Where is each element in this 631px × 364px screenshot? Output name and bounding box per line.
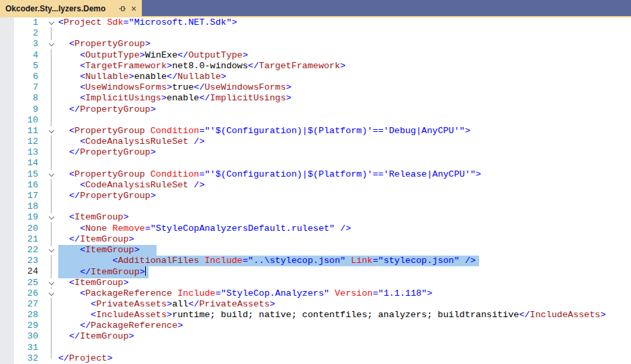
code-line[interactable]: 10 (0, 115, 631, 126)
code-area: 1<Project Sdk="Microsoft.NET.Sdk">23 <Pr… (0, 17, 631, 364)
code-line[interactable]: 11 <PropertyGroup Condition="'$(Configur… (0, 126, 631, 136)
line-number[interactable]: 32 (0, 353, 38, 364)
line-number[interactable]: 30 (0, 331, 38, 342)
text-caret (145, 266, 147, 276)
code-line[interactable]: 6 <Nullable>enable</Nullable> (0, 72, 631, 82)
code-text: </ItemGroup> (58, 266, 149, 277)
line-number[interactable]: 25 (0, 278, 38, 288)
code-line[interactable]: 2 (0, 28, 631, 39)
code-line[interactable]: 30 </ItemGroup> (0, 331, 631, 342)
tab-title: Okcoder.Sty...lyzers.Demo (5, 4, 115, 13)
line-number[interactable]: 6 (0, 72, 38, 82)
fold-chevron-icon[interactable] (48, 40, 56, 49)
code-line[interactable]: 25 <ItemGroup> (0, 278, 631, 288)
code-line[interactable]: 17 </PropertyGroup> (0, 191, 631, 201)
line-number[interactable]: 17 (0, 191, 38, 201)
line-number[interactable]: 20 (0, 223, 38, 234)
line-number[interactable]: 5 (0, 61, 38, 72)
fold-chevron-icon[interactable] (48, 278, 56, 287)
code-line[interactable]: 1<Project Sdk="Microsoft.NET.Sdk"> (0, 17, 631, 28)
fold-margin (38, 245, 58, 256)
fold-margin (38, 61, 58, 72)
code-line[interactable]: 26 <PackageReference Include="StyleCop.A… (0, 288, 631, 299)
fold-chevron-icon[interactable] (48, 19, 56, 27)
fold-chevron-icon[interactable] (48, 170, 56, 179)
code-line[interactable]: 18 (0, 201, 631, 212)
code-text: <ItemGroup> (58, 245, 157, 256)
code-text: </PackageReference> (58, 321, 183, 331)
line-number[interactable]: 16 (0, 180, 38, 191)
fold-chevron-icon[interactable] (48, 246, 56, 255)
code-line[interactable]: 20 <None Remove="StyleCopAnalyzersDefaul… (0, 223, 631, 234)
line-number[interactable]: 2 (0, 28, 38, 39)
code-line[interactable]: 21 </ItemGroup> (0, 234, 631, 245)
code-line[interactable]: 5 <TargetFramework>net8.0-windows</Targe… (0, 61, 631, 72)
code-line[interactable]: 19 <ItemGroup> (0, 212, 631, 223)
fold-margin (38, 147, 58, 158)
fold-chevron-icon[interactable] (48, 213, 56, 222)
code-line[interactable]: 13 </PropertyGroup> (0, 147, 631, 158)
code-line[interactable]: 28 <IncludeAssets>runtime; build; native… (0, 310, 631, 321)
fold-chevron-icon[interactable] (48, 126, 56, 135)
code-text: <CodeAnalysisRuleSet /> (58, 180, 205, 191)
selection-highlight: <ItemGroup> (58, 245, 157, 256)
line-number[interactable]: 13 (0, 147, 38, 158)
code-line[interactable]: 4 <OutputType>WinExe</OutputType> (0, 50, 631, 61)
line-number[interactable]: 26 (0, 288, 38, 299)
code-line[interactable]: 22 <ItemGroup> (0, 245, 631, 256)
code-line[interactable]: 23 <AdditionalFiles Include="..\stylecop… (0, 256, 631, 266)
line-number[interactable]: 8 (0, 93, 38, 104)
line-number[interactable]: 1 (0, 17, 38, 28)
code-text: <Nullable>enable</Nullable> (58, 72, 226, 82)
code-line[interactable]: 12 <CodeAnalysisRuleSet /> (0, 136, 631, 147)
code-line[interactable]: 32</Project> (0, 353, 631, 364)
code-editor[interactable]: 1<Project Sdk="Microsoft.NET.Sdk">23 <Pr… (0, 17, 631, 364)
line-number[interactable]: 31 (0, 343, 38, 353)
line-number[interactable]: 10 (0, 115, 38, 126)
line-number[interactable]: 29 (0, 321, 38, 331)
line-number[interactable]: 3 (0, 39, 38, 50)
fold-margin (38, 169, 58, 180)
close-icon[interactable]: × (130, 4, 138, 13)
line-number[interactable]: 23 (0, 256, 38, 266)
fold-chevron-icon[interactable] (48, 289, 56, 298)
fold-margin (38, 299, 58, 310)
line-number[interactable]: 18 (0, 201, 38, 212)
fold-margin (38, 201, 58, 212)
code-line[interactable]: 7 <UseWindowsForms>true</UseWindowsForms… (0, 82, 631, 93)
fold-margin (38, 223, 58, 234)
code-line[interactable]: 29 </PackageReference> (0, 321, 631, 331)
code-line[interactable]: 16 <CodeAnalysisRuleSet /> (0, 180, 631, 191)
fold-margin (38, 343, 58, 353)
line-number[interactable]: 19 (0, 212, 38, 223)
line-number[interactable]: 21 (0, 234, 38, 245)
code-line[interactable]: 8 <ImplicitUsings>enable</ImplicitUsings… (0, 93, 631, 104)
fold-margin (38, 212, 58, 223)
line-number[interactable]: 11 (0, 126, 38, 136)
line-number[interactable]: 9 (0, 104, 38, 115)
pin-icon[interactable] (118, 5, 126, 13)
fold-margin (38, 278, 58, 288)
fold-margin (38, 234, 58, 245)
code-line[interactable]: 3 <PropertyGroup> (0, 39, 631, 50)
code-line[interactable]: 14 (0, 158, 631, 169)
tab-strip: Okcoder.Sty...lyzers.Demo × (0, 0, 631, 17)
line-number[interactable]: 4 (0, 50, 38, 61)
code-line[interactable]: 9 </PropertyGroup> (0, 104, 631, 115)
code-line[interactable]: 27 <PrivateAssets>all</PrivateAssets> (0, 299, 631, 310)
code-text: </PropertyGroup> (58, 147, 156, 158)
line-number[interactable]: 27 (0, 299, 38, 310)
line-number[interactable]: 22 (0, 245, 38, 256)
line-number[interactable]: 15 (0, 169, 38, 180)
document-tab[interactable]: Okcoder.Sty...lyzers.Demo × (0, 0, 142, 17)
code-text: </PropertyGroup> (58, 104, 156, 115)
code-line[interactable]: 31 (0, 343, 631, 353)
code-line[interactable]: 15 <PropertyGroup Condition="'$(Configur… (0, 169, 631, 180)
line-number[interactable]: 12 (0, 136, 38, 147)
line-number[interactable]: 14 (0, 158, 38, 169)
line-number[interactable]: 24 (0, 266, 38, 277)
line-number[interactable]: 7 (0, 82, 38, 93)
code-line[interactable]: 24 </ItemGroup> (0, 266, 631, 277)
code-text: </ItemGroup> (58, 331, 134, 342)
line-number[interactable]: 28 (0, 310, 38, 321)
